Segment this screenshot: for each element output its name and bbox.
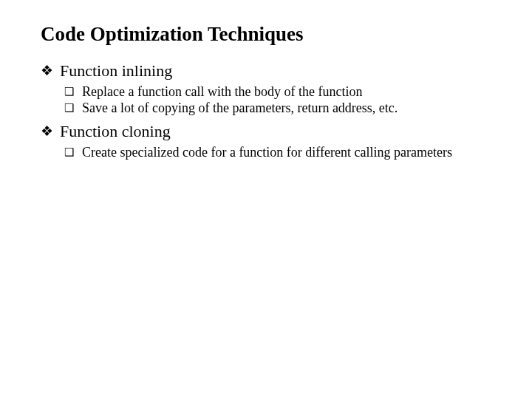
bullet-function-cloning: ❖ Function cloning	[41, 121, 491, 142]
bullet-function-inlining: ❖ Function inlining	[41, 61, 491, 81]
bullet-label: Function cloning	[60, 122, 171, 140]
diamond-bullet-icon: ❖	[41, 62, 53, 80]
slide-title: Code Optimization Techniques	[41, 22, 491, 46]
square-bullet-icon: ❑	[64, 146, 74, 159]
sub-bullet: ❑ Replace a function call with the body …	[41, 84, 491, 100]
square-bullet-icon: ❑	[64, 85, 74, 98]
slide: Code Optimization Techniques ❖ Function …	[0, 0, 532, 160]
sub-bullet-text: Save a lot of copying of the parameters,…	[82, 100, 491, 117]
sub-bullet-text: Create specialized code for a function f…	[82, 145, 491, 161]
diamond-bullet-icon: ❖	[41, 123, 53, 140]
sub-bullet: ❑ Create specialized code for a function…	[41, 145, 491, 161]
sub-bullet-text: Replace a function call with the body of…	[82, 84, 491, 100]
square-bullet-icon: ❑	[64, 101, 74, 115]
bullet-label: Function inlining	[60, 61, 172, 80]
sub-bullet: ❑ Save a lot of copying of the parameter…	[41, 100, 491, 117]
